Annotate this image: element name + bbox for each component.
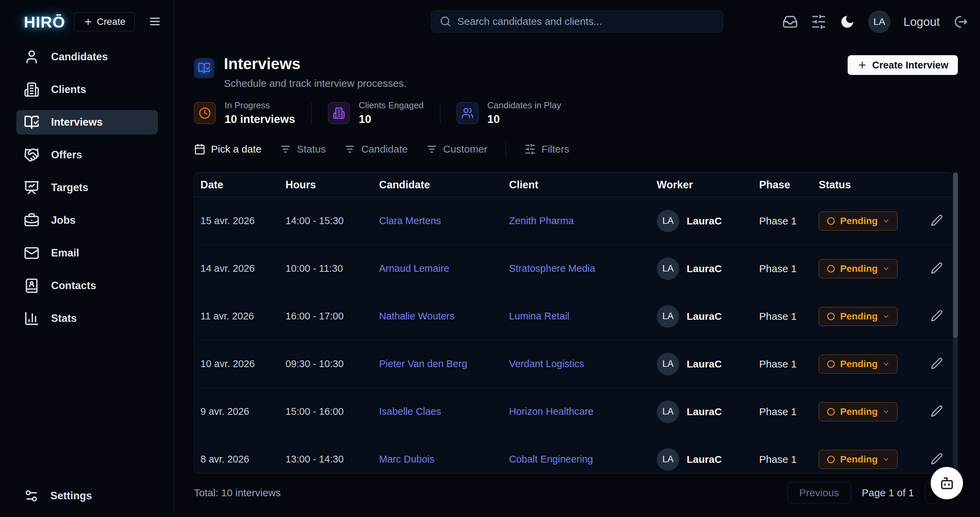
filter-icon (426, 144, 438, 155)
edit-button[interactable] (931, 453, 943, 466)
sidebar-item-offers[interactable]: Offers (16, 143, 158, 167)
table-header: Date Hours Candidate Client Worker Phase… (194, 173, 953, 197)
logout-label[interactable]: Logout (904, 15, 940, 29)
status-label: Pending (840, 311, 878, 322)
pencil-icon (931, 357, 943, 370)
client-link[interactable]: Horizon Healthcare (509, 406, 593, 417)
status-dropdown[interactable]: Pending (819, 212, 898, 231)
candidate-filter-button[interactable]: Candidate (344, 144, 408, 155)
status-dropdown[interactable]: Pending (819, 307, 898, 326)
date-picker-button[interactable]: Pick a date (194, 144, 261, 155)
status-dropdown[interactable]: Pending (819, 450, 898, 469)
candidate-link[interactable]: Clara Mertens (379, 215, 441, 226)
book-check-icon (198, 62, 211, 75)
assistant-fab-button[interactable] (931, 467, 963, 499)
col-status: Status (819, 179, 921, 191)
stat-label: In Progress (224, 100, 295, 111)
edit-button[interactable] (931, 405, 943, 418)
sidebar-create-button[interactable]: Create (74, 12, 135, 31)
sidebar-nav: Candidates Clients Interviews Offers Tar… (16, 45, 158, 331)
search-input[interactable] (457, 16, 714, 27)
status-dropdown[interactable]: Pending (819, 354, 898, 373)
chevron-down-icon (882, 313, 890, 320)
edit-button[interactable] (931, 357, 943, 370)
interview-hours: 10:00 - 11:30 (285, 263, 379, 274)
brand-logo[interactable]: HIRŌ (24, 13, 65, 31)
worker-name: LauraC (687, 311, 722, 322)
previous-page-button[interactable]: Previous (788, 482, 851, 503)
filter-icon (344, 144, 356, 155)
bar-chart-icon (24, 311, 40, 326)
interview-hours: 14:00 - 15:30 (285, 215, 379, 227)
status-dropdown[interactable]: Pending (819, 259, 898, 278)
edit-button[interactable] (931, 262, 943, 275)
status-label: Pending (840, 359, 878, 370)
filters-button[interactable]: Filters (524, 144, 569, 155)
stat-candidates-in-play: Candidates in Play 10 (457, 100, 561, 126)
col-hours: Hours (285, 179, 379, 191)
sidebar-item-jobs[interactable]: Jobs (16, 208, 158, 233)
sidebar-item-label: Offers (51, 149, 82, 161)
page-header: Interviews Schedule and track interview … (194, 54, 407, 89)
client-link[interactable]: Lumina Retail (509, 311, 569, 322)
sidebar-item-email[interactable]: Email (16, 241, 158, 265)
col-date: Date (200, 179, 285, 191)
circle-icon (827, 360, 835, 369)
sidebar-item-interviews[interactable]: Interviews (16, 110, 158, 134)
chevron-down-icon (882, 265, 890, 273)
worker-name: LauraC (687, 215, 722, 227)
table-body: 15 avr. 2026 14:00 - 15:30 Clara Mertens… (194, 197, 953, 473)
theme-toggle-button[interactable] (840, 14, 855, 30)
candidate-link[interactable]: Nathalie Wouters (379, 311, 455, 322)
edit-button[interactable] (931, 214, 943, 228)
sidebar-item-clients[interactable]: Clients (16, 77, 158, 102)
sidebar-item-settings[interactable]: Settings (24, 488, 92, 503)
page-subtitle: Schedule and track interview processes. (224, 78, 407, 89)
book-check-icon (24, 115, 40, 130)
candidate-link[interactable]: Arnaud Lemaire (379, 263, 449, 274)
client-link[interactable]: Verdant Logistics (509, 358, 584, 369)
user-avatar[interactable]: LA (868, 11, 891, 33)
col-client: Client (509, 179, 657, 191)
menu-icon (148, 15, 161, 28)
global-search[interactable] (431, 11, 723, 32)
logout-button[interactable] (953, 14, 969, 30)
candidate-link[interactable]: Isabelle Claes (379, 406, 441, 417)
sidebar-item-targets[interactable]: Targets (16, 176, 158, 200)
table-row: 14 avr. 2026 10:00 - 11:30 Arnaud Lemair… (194, 245, 953, 292)
client-link[interactable]: Zenith Pharma (509, 215, 574, 226)
candidate-link[interactable]: Pieter Van den Berg (379, 358, 467, 369)
client-link[interactable]: Cobalt Engineering (509, 454, 593, 464)
menu-button[interactable] (148, 15, 161, 29)
worker-name: LauraC (687, 406, 722, 418)
table-row: 10 avr. 2026 09:30 - 10:30 Pieter Van de… (194, 340, 953, 388)
status-label: Pending (840, 454, 878, 465)
sidebar-item-label: Settings (50, 490, 92, 502)
stat-label: Clients Engaged (359, 100, 424, 111)
table-scrollbar-thumb[interactable] (953, 172, 958, 338)
customer-filter-button[interactable]: Customer (426, 144, 487, 155)
stats-row: In Progress 10 interviews Clients Engage… (194, 100, 561, 126)
filter-icon (280, 144, 291, 155)
total-count: Total: 10 interviews (194, 487, 281, 499)
phase-label: Phase 1 (759, 311, 819, 322)
sidebar-item-stats[interactable]: Stats (16, 306, 158, 331)
status-dropdown[interactable]: Pending (819, 402, 898, 421)
status-filter-button[interactable]: Status (280, 144, 326, 155)
create-interview-button[interactable]: Create Interview (848, 55, 958, 75)
create-interview-label: Create Interview (872, 60, 948, 71)
logout-icon (953, 14, 969, 30)
mail-icon (24, 245, 40, 261)
sidebar-item-candidates[interactable]: Candidates (16, 45, 158, 69)
client-link[interactable]: Stratosphere Media (509, 263, 595, 274)
preferences-button[interactable] (811, 14, 827, 30)
sidebar-item-contacts[interactable]: Contacts (16, 273, 158, 298)
users-icon (457, 102, 479, 124)
inbox-button[interactable] (782, 14, 798, 30)
sidebar-item-label: Jobs (51, 214, 76, 227)
interview-date: 9 avr. 2026 (200, 406, 285, 417)
candidate-link[interactable]: Marc Dubois (379, 454, 434, 464)
status-filter-label: Status (297, 144, 326, 155)
edit-button[interactable] (931, 310, 943, 323)
col-candidate: Candidate (379, 179, 509, 191)
